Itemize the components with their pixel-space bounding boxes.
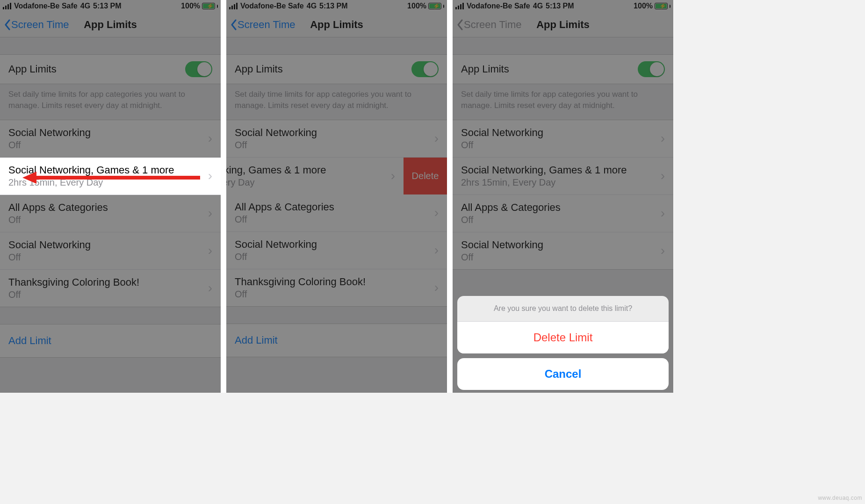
limits-list: Social NetworkingOff › Social Networking… <box>453 120 673 270</box>
add-limit-row[interactable]: Add Limit <box>0 324 221 358</box>
description-text: Set daily time limits for app categories… <box>453 84 673 120</box>
delete-limit-button[interactable]: Delete Limit <box>457 322 669 353</box>
toggle-label: App Limits <box>461 63 509 75</box>
back-label: Screen Time <box>238 19 296 31</box>
chevron-right-icon: › <box>434 243 439 258</box>
network-label: 4G <box>307 2 317 10</box>
back-button[interactable]: Screen Time <box>4 19 69 31</box>
toggle-label: App Limits <box>8 63 57 75</box>
add-limit-row[interactable]: Add Limit <box>226 324 447 357</box>
chevron-right-icon: › <box>434 280 439 295</box>
limit-row[interactable]: All Apps & CategoriesOff › <box>453 195 673 232</box>
battery-icon: ⚡ <box>202 3 215 9</box>
limit-sub: Off <box>8 252 91 263</box>
limit-title: Social Networking <box>461 239 543 251</box>
limit-row-swiped[interactable]: Networking, Games & 1 moremin, Every Day… <box>226 158 404 194</box>
carrier-label: Vodafone-Be Safe <box>240 2 304 10</box>
limit-title: Thanksgiving Coloring Book! <box>8 276 139 288</box>
app-limits-toggle-row: App Limits <box>0 54 221 84</box>
cancel-button[interactable]: Cancel <box>457 358 669 390</box>
phone-screenshot-3: Vodafone-Be Safe 4G 5:13 PM 100% ⚡ Scree… <box>453 0 673 393</box>
limit-title: Social Networking <box>8 127 91 139</box>
limit-sub: 2hrs 15min, Every Day <box>461 177 627 188</box>
limit-sub: min, Every Day <box>226 177 326 188</box>
limit-row[interactable]: All Apps & CategoriesOff › <box>0 195 221 232</box>
back-label: Screen Time <box>11 19 69 31</box>
limit-row[interactable]: Social NetworkingOff › <box>0 120 221 158</box>
delete-limit-label: Delete Limit <box>533 331 593 344</box>
back-button[interactable]: Screen Time <box>230 19 296 31</box>
app-limits-toggle[interactable] <box>185 61 212 77</box>
limit-row[interactable]: Social Networking, Games & 1 more2hrs 15… <box>453 158 673 195</box>
status-bar: Vodafone-Be Safe 4G 5:13 PM 100% ⚡ <box>0 0 221 12</box>
network-label: 4G <box>533 2 543 10</box>
page-title: App Limits <box>84 19 137 31</box>
limit-title: Social Networking <box>235 238 317 251</box>
limit-title: Social Networking, Games & 1 more <box>8 164 174 176</box>
chevron-right-icon: › <box>208 131 212 146</box>
phone-screenshot-2: Vodafone-Be Safe 4G 5:13 PM 100% ⚡ Scree… <box>226 0 447 393</box>
chevron-right-icon: › <box>661 206 665 221</box>
description-text: Set daily time limits for app categories… <box>0 84 221 120</box>
app-limits-toggle[interactable] <box>638 61 665 77</box>
chevron-right-icon: › <box>208 281 212 295</box>
chevron-right-icon: › <box>208 243 212 258</box>
limit-title: Social Networking, Games & 1 more <box>461 164 627 176</box>
chevron-right-icon: › <box>661 243 665 258</box>
add-limit-label: Add Limit <box>235 334 278 346</box>
limit-sub: Off <box>461 140 543 151</box>
limit-row[interactable]: Social NetworkingOff › <box>226 232 447 269</box>
limit-sub: Off <box>235 140 317 151</box>
chevron-right-icon: › <box>661 131 665 146</box>
clock-label: 5:13 PM <box>319 2 347 10</box>
limit-sub: Off <box>461 215 561 225</box>
status-bar: Vodafone-Be Safe 4G 5:13 PM 100% ⚡ <box>226 0 447 12</box>
battery-pct: 100% <box>181 2 200 10</box>
chevron-right-icon: › <box>434 205 439 220</box>
nav-bar: Screen Time App Limits <box>453 12 673 37</box>
limit-row[interactable]: Social NetworkingOff › <box>453 120 673 158</box>
network-label: 4G <box>80 2 90 10</box>
add-limit-label: Add Limit <box>8 335 51 346</box>
limit-sub: Off <box>8 289 139 300</box>
chevron-right-icon: › <box>434 131 439 146</box>
chevron-right-icon: › <box>208 206 212 221</box>
page-title: App Limits <box>310 19 363 31</box>
limit-sub: 2hrs 15min, Every Day <box>8 177 174 188</box>
nav-bar: Screen Time App Limits <box>226 12 447 37</box>
clock-label: 5:13 PM <box>546 2 574 10</box>
limit-row[interactable]: Thanksgiving Coloring Book!Off › <box>0 270 221 307</box>
signal-icon <box>455 3 464 9</box>
back-button[interactable]: Screen Time <box>456 19 522 31</box>
limit-row[interactable]: Social NetworkingOff › <box>453 232 673 270</box>
delete-button[interactable]: Delete <box>404 158 447 194</box>
limit-sub: Off <box>235 252 317 262</box>
action-sheet: Are you sure you want to delete this lim… <box>457 296 669 390</box>
limits-list: Social NetworkingOff › Networking, Games… <box>226 120 447 307</box>
battery-pct: 100% <box>407 2 426 10</box>
app-limits-toggle[interactable] <box>411 61 439 77</box>
limit-row[interactable]: Social NetworkingOff › <box>226 120 447 158</box>
chevron-left-icon <box>456 19 464 30</box>
limit-title: Social Networking <box>8 239 91 251</box>
limit-row[interactable]: Thanksgiving Coloring Book!Off › <box>226 269 447 307</box>
limit-title: All Apps & Categories <box>461 202 561 214</box>
battery-icon: ⚡ <box>428 3 441 9</box>
nav-bar: Screen Time App Limits <box>0 12 221 37</box>
limit-sub: Off <box>235 289 366 300</box>
app-limits-toggle-row: App Limits <box>226 54 447 84</box>
limit-row-highlighted[interactable]: Social Networking, Games & 1 more2hrs 15… <box>0 158 221 195</box>
delete-label: Delete <box>412 171 439 181</box>
limit-title: All Apps & Categories <box>8 202 108 214</box>
signal-icon <box>229 3 238 9</box>
chevron-left-icon <box>230 19 238 30</box>
limit-sub: Off <box>461 252 543 263</box>
carrier-label: Vodafone-Be Safe <box>467 2 530 10</box>
limit-row[interactable]: All Apps & CategoriesOff › <box>226 194 447 232</box>
sheet-message: Are you sure you want to delete this lim… <box>457 296 669 322</box>
limit-row[interactable]: Social NetworkingOff › <box>0 232 221 270</box>
chevron-right-icon: › <box>661 168 665 183</box>
status-bar: Vodafone-Be Safe 4G 5:13 PM 100% ⚡ <box>453 0 673 12</box>
limit-title: Networking, Games & 1 more <box>226 164 326 176</box>
chevron-right-icon: › <box>208 168 212 183</box>
